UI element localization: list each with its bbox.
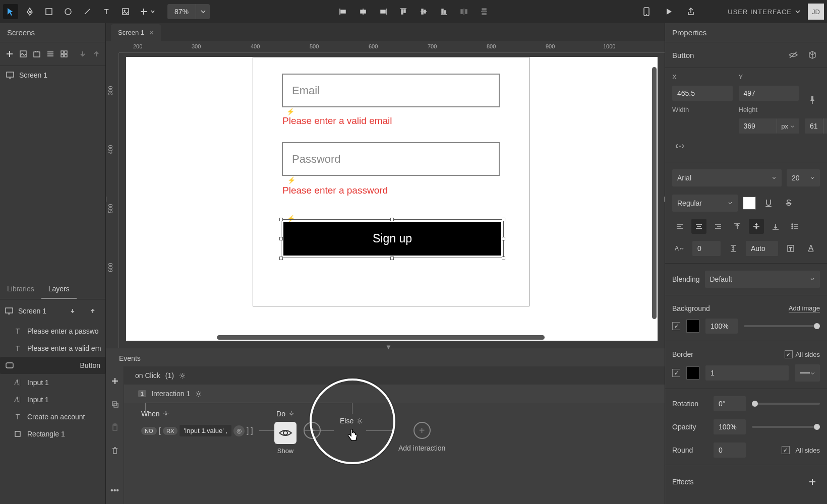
share-icon[interactable] [683,4,698,19]
layer-item-selected[interactable]: Button [0,357,105,374]
list-view-icon[interactable] [46,46,54,61]
close-tab-icon[interactable]: × [149,28,154,37]
interaction-row[interactable]: 1 Interaction 1 [124,385,665,403]
font-weight-select[interactable]: Regular [672,195,738,212]
show-action[interactable] [274,422,297,444]
add-tool[interactable] [137,4,157,19]
device-preview-icon[interactable] [639,4,654,19]
paste-event-icon[interactable] [107,420,123,435]
layer-item[interactable]: A|Input 1 [0,391,105,408]
bg-color-swatch[interactable] [686,320,699,333]
play-icon[interactable] [661,4,676,19]
condition-expression[interactable]: NO [ RX 'Input 1.value' , ◎ ] ] [141,425,253,436]
distribute-v-icon[interactable] [477,4,492,19]
pen-tool[interactable] [22,4,37,19]
do-label[interactable]: Do [276,410,294,418]
layer-item[interactable]: TPlease enter a valid em [0,340,105,357]
gear-icon[interactable] [357,418,363,424]
y-input[interactable]: 497 [739,86,799,101]
events-collapse-icon[interactable]: ▼ [385,343,392,351]
visibility-icon[interactable] [786,47,801,62]
border-width-input[interactable]: 1 [705,365,789,381]
collapse-right-icon[interactable]: ▶ [664,195,665,203]
add-screen-icon[interactable] [5,46,14,61]
gear-icon[interactable] [195,391,202,397]
canvas-scrollbar-h[interactable] [217,335,545,340]
text-tool[interactable]: T [99,4,114,19]
gear-icon[interactable] [163,411,169,417]
canvas-tab[interactable]: Screen 1 × [111,24,161,41]
bg-enabled-check[interactable]: ✓ [672,322,680,330]
align-vcenter-icon[interactable] [416,4,431,19]
copy-event-icon[interactable] [107,397,123,412]
line-height-input[interactable]: Auto [746,241,778,256]
gear-icon[interactable] [179,372,186,379]
mode-selector[interactable]: USER INTERFACE [728,8,801,16]
distribute-h-icon[interactable] [456,4,471,19]
collapse-down-icon[interactable] [78,46,87,61]
canvas[interactable]: 200 300 400 500 600 700 800 900 1000 300… [106,41,665,348]
bg-opacity-slider[interactable] [744,325,820,327]
rotation-input[interactable]: 0° [714,396,746,411]
opacity-input[interactable]: 100% [714,419,746,434]
add-action-icon[interactable]: + [304,422,321,439]
align-top-icon[interactable] [396,4,411,19]
event-trigger-row[interactable]: on Click (1) [124,366,665,385]
collapse-left-icon[interactable]: ◀ [106,195,106,203]
tab-layers[interactable]: Layers [41,280,77,299]
line-tool[interactable] [80,4,95,19]
text-align-center-icon[interactable] [691,219,706,234]
select-tool[interactable] [3,4,18,19]
width-unit[interactable]: px [777,118,799,134]
border-style-select[interactable] [795,364,820,382]
border-allsides-check[interactable]: ✓ [785,350,793,358]
valign-bottom-icon[interactable] [768,219,783,234]
add-event-icon[interactable] [107,373,123,389]
collapse-up-icon[interactable] [92,46,100,61]
text-align-left-icon[interactable] [672,219,687,234]
border-enabled-check[interactable]: ✓ [672,369,680,377]
gear-icon[interactable] [288,411,294,417]
underline-icon[interactable]: U [761,196,776,211]
text-box-icon[interactable]: T [783,241,798,256]
round-allsides-check[interactable]: ✓ [782,446,790,454]
folder-screen-icon[interactable] [32,46,41,61]
align-bottom-icon[interactable] [436,4,451,19]
component-icon[interactable] [805,47,820,62]
ellipse-tool[interactable] [61,4,76,19]
text-color-swatch[interactable] [743,197,756,210]
layer-item[interactable]: TPlease enter a passwo [0,323,105,340]
rectangle-tool[interactable] [41,4,56,19]
pin-icon[interactable] [805,92,820,107]
bg-opacity-input[interactable]: 100% [705,319,738,334]
opacity-slider[interactable] [752,426,820,428]
link-wh-icon[interactable] [672,139,687,154]
add-interaction-icon[interactable]: + [414,422,431,439]
border-color-swatch[interactable] [686,366,699,380]
layer-up-icon[interactable] [85,303,100,319]
layer-item[interactable]: A|Input 1 [0,374,105,391]
align-hcenter-icon[interactable] [356,4,371,19]
align-right-icon[interactable] [376,4,391,19]
zoom-dropdown[interactable] [196,4,210,19]
when-label[interactable]: When [141,410,169,418]
align-left-icon[interactable] [335,4,350,19]
font-family-select[interactable]: Arial [672,169,782,186]
text-style-icon[interactable]: A [803,241,818,256]
grid-view-icon[interactable] [60,46,68,61]
letter-spacing-input[interactable]: 0 [692,241,721,256]
user-avatar[interactable]: JD [808,4,824,20]
rotation-slider[interactable] [752,403,820,405]
add-image-link[interactable]: Add image [789,304,820,312]
image-tool[interactable] [118,4,133,19]
text-align-right-icon[interactable] [711,219,726,234]
delete-event-icon[interactable] [107,443,123,458]
valign-top-icon[interactable] [730,219,745,234]
blending-select[interactable]: Default [705,271,820,288]
tab-libraries[interactable]: Libraries [0,280,41,299]
font-size-select[interactable]: 20 [787,169,820,186]
events-tab[interactable]: Events [110,348,150,366]
screen-item[interactable]: Screen 1 [0,66,105,84]
layer-root[interactable]: Screen 1 [18,307,46,315]
more-events-icon[interactable]: ••• [107,483,123,498]
